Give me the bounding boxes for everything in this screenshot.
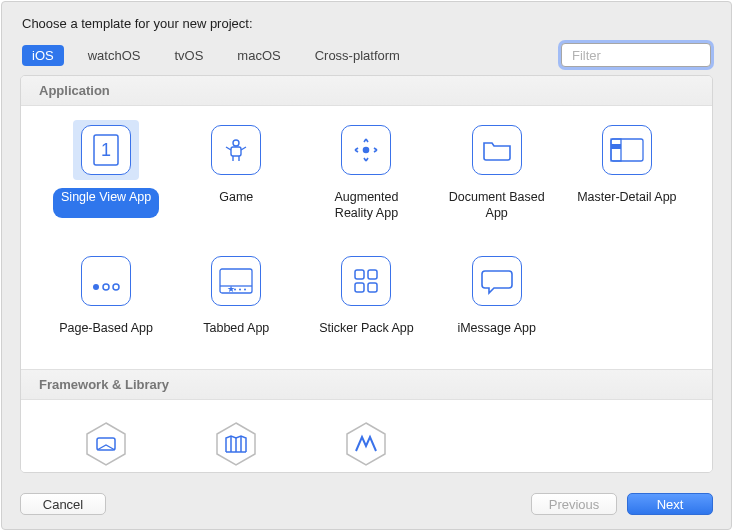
template-metal-library[interactable]: Metal Library	[306, 414, 426, 473]
template-tabbed-app[interactable]: ★ Tabbed App	[176, 251, 296, 349]
template-augmented-reality-app[interactable]: Augmented Reality App	[306, 120, 426, 223]
svg-text:★: ★	[227, 284, 235, 294]
template-page-based-app[interactable]: Page-Based App	[46, 251, 166, 349]
ar-icon	[341, 125, 391, 175]
game-icon	[211, 125, 261, 175]
svg-rect-6	[611, 139, 643, 161]
template-label: Document Based App	[437, 188, 557, 223]
section-header-framework: Framework & Library	[21, 370, 712, 400]
svg-point-3	[233, 140, 239, 146]
template-label: Page-Based App	[51, 319, 161, 349]
section-application: 1 Single View App Game Augmented Reality…	[21, 106, 712, 370]
platform-tabs: iOS watchOS tvOS macOS Cross-platform	[22, 45, 410, 66]
svg-point-11	[113, 284, 119, 290]
filter-input[interactable]	[572, 48, 733, 63]
svg-text:1: 1	[101, 140, 111, 160]
svg-rect-20	[355, 283, 364, 292]
template-label: Sticker Pack App	[311, 319, 422, 349]
svg-rect-18	[355, 270, 364, 279]
template-cocoa-touch-static-library[interactable]: Cocoa Touch Static Library	[176, 414, 296, 473]
section-header-application: Application	[21, 76, 712, 106]
svg-point-9	[93, 284, 99, 290]
template-sticker-pack-app[interactable]: Sticker Pack App	[306, 251, 426, 349]
svg-marker-22	[87, 423, 125, 465]
template-label: iMessage App	[449, 319, 544, 349]
svg-point-16	[239, 289, 241, 291]
footer: Cancel Previous Next	[2, 483, 731, 529]
page-based-icon	[81, 256, 131, 306]
template-canvas: Application 1 Single View App Game Augme…	[20, 75, 713, 473]
cancel-button[interactable]: Cancel	[20, 493, 106, 515]
svg-rect-8	[611, 144, 621, 149]
svg-point-5	[364, 148, 369, 153]
template-label: Tabbed App	[195, 319, 277, 349]
new-project-template-dialog: Choose a template for your new project: …	[1, 1, 732, 530]
template-cocoa-touch-framework[interactable]: Cocoa Touch Framework	[46, 414, 166, 473]
folder-icon	[472, 125, 522, 175]
section-framework: Cocoa Touch Framework Cocoa Touch Static…	[21, 400, 712, 473]
previous-button: Previous	[531, 493, 617, 515]
dialog-prompt: Choose a template for your new project:	[2, 2, 731, 43]
next-button[interactable]: Next	[627, 493, 713, 515]
svg-rect-19	[368, 270, 377, 279]
svg-point-15	[234, 289, 236, 291]
template-document-based-app[interactable]: Document Based App	[437, 120, 557, 223]
template-label: Single View App	[53, 188, 159, 218]
single-view-app-icon: 1	[81, 125, 131, 175]
master-detail-icon	[602, 125, 652, 175]
framework-icon	[82, 420, 130, 468]
template-single-view-app[interactable]: 1 Single View App	[46, 120, 166, 223]
svg-rect-12	[220, 269, 252, 293]
tab-tvos[interactable]: tvOS	[164, 45, 213, 66]
svg-rect-4	[231, 147, 241, 156]
sticker-pack-icon	[341, 256, 391, 306]
toolbar: iOS watchOS tvOS macOS Cross-platform	[2, 43, 731, 75]
library-icon	[212, 420, 260, 468]
svg-point-10	[103, 284, 109, 290]
template-label: Game	[211, 188, 261, 218]
tab-watchos[interactable]: watchOS	[78, 45, 151, 66]
svg-point-17	[244, 289, 246, 291]
tab-macos[interactable]: macOS	[227, 45, 290, 66]
imessage-icon	[472, 256, 522, 306]
svg-rect-21	[368, 283, 377, 292]
template-master-detail-app[interactable]: Master-Detail App	[567, 120, 687, 223]
template-label: Master-Detail App	[569, 188, 684, 218]
tab-ios[interactable]: iOS	[22, 45, 64, 66]
filter-field[interactable]	[561, 43, 711, 67]
template-label: Augmented Reality App	[306, 188, 426, 223]
tabbed-icon: ★	[211, 256, 261, 306]
tab-cross-platform[interactable]: Cross-platform	[305, 45, 410, 66]
template-imessage-app[interactable]: iMessage App	[437, 251, 557, 349]
template-game[interactable]: Game	[176, 120, 296, 223]
metal-icon	[342, 420, 390, 468]
